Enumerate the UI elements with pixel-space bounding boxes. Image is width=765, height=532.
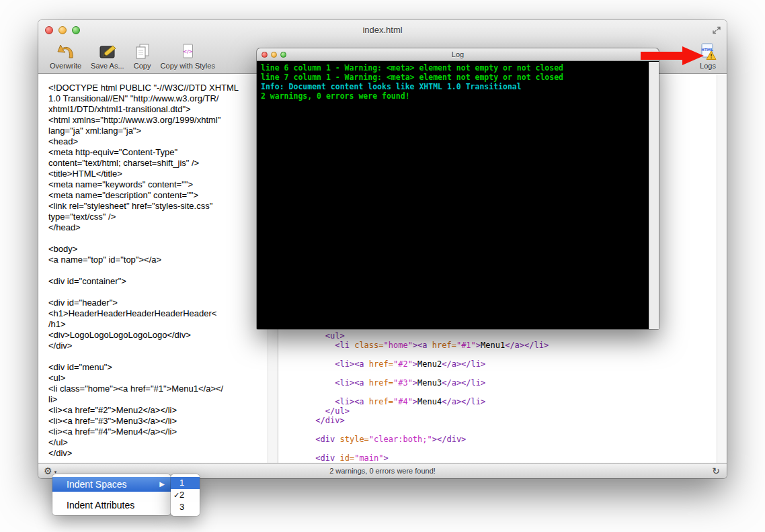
submenu-item-label: 3 [179,501,184,513]
code-line: </div> [286,416,549,425]
toolbar-button-label: Save As... [91,62,124,70]
log-window: Log line 6 column 1 - Warning: <meta> el… [257,48,659,329]
right-pane-scrollbar[interactable] [717,75,727,463]
log-line: 2 warnings, 0 errors were found! [261,91,645,101]
copy-with-styles-button[interactable]: </> Copy with Styles [161,42,215,70]
code-line: <li class="home"><a href="#1">Menu1</a><… [286,341,549,350]
source-pane[interactable]: <!DOCTYPE html PUBLIC "-//W3C//DTD XHTML… [38,75,268,463]
code-line: <li><a href="#3">Menu3</a></li> [286,378,549,388]
submenu-item-label: 1 [179,477,184,489]
copy-button[interactable]: Copy [134,42,151,70]
copy-pages-icon [134,42,151,62]
checkmark-icon: ✓ [171,489,179,501]
code-line: <li><a href="#4">Menu4</a></li> [286,397,549,406]
submenu-item-2[interactable]: ✓ 2 [171,489,200,501]
refresh-icon: ↻ [712,466,720,476]
menu-item-indent-attributes[interactable]: Indent Attributes [52,498,171,513]
code-line [286,369,549,378]
log-minimize-button[interactable] [271,52,277,58]
log-zoom-button[interactable] [280,52,286,58]
code-line: <div id="main"> [286,453,549,463]
menu-spacer [52,492,171,498]
toolbar-button-label: Copy [134,62,151,70]
log-traffic-lights [261,52,286,58]
submenu-item-label: 2 [179,489,184,501]
screen: index.html Overwrite [0,0,765,532]
styled-page-icon: </> [179,42,196,62]
toolbar-button-label: Overwrite [50,62,81,70]
code-line [286,350,549,359]
titlebar[interactable]: index.html [38,20,727,40]
gear-context-menu: Indent Spaces ▶ Indent Attributes [52,474,171,515]
code-line [286,388,549,397]
log-line: line 6 column 1 - Warning: <meta> elemen… [261,63,645,73]
log-line: Info: Document content looks like XHTML … [261,82,645,91]
log-window-title: Log [257,48,659,61]
tidied-code: <ul> <li class="home"><a href="#1">Menu1… [286,331,549,463]
pencil-save-icon [97,42,118,62]
indent-spaces-submenu: 1 ✓ 2 3 [171,474,200,516]
undo-arrow-icon [56,42,75,62]
menu-item-indent-spaces[interactable]: Indent Spaces ▶ [52,477,171,492]
log-scrollbar[interactable] [649,62,659,329]
code-line: <ul> [286,331,549,341]
fullscreen-icon[interactable] [712,26,721,35]
overwrite-button[interactable]: Overwrite [50,42,81,70]
code-line [286,444,549,453]
log-titlebar[interactable]: Log [257,48,659,61]
code-line: <li><a href="#2">Menu2</a></li> [286,359,549,369]
log-console[interactable]: line 6 column 1 - Warning: <meta> elemen… [257,62,649,329]
source-text[interactable]: <!DOCTYPE html PUBLIC "-//W3C//DTD XHTML… [38,75,268,459]
toolbar-button-label: Copy with Styles [161,62,215,70]
window-title: index.html [38,20,727,40]
menu-item-label: Indent Spaces [67,479,127,490]
warning-exclaim-glyph: ! [710,54,713,60]
submenu-item-3[interactable]: 3 [171,501,200,513]
code-line: </ul> [286,406,549,416]
code-line [286,425,549,435]
gear-icon: ⚙ [44,463,52,478]
code-line: <div style="clear:both;"></div> [286,435,549,444]
log-close-button[interactable] [261,52,268,58]
submenu-arrow-icon: ▶ [159,477,165,492]
check-placeholder [171,501,179,513]
submenu-item-1[interactable]: 1 [171,477,200,489]
log-line: line 7 column 1 - Warning: <meta> elemen… [261,73,645,82]
save-as-button[interactable]: Save As... [91,42,124,70]
red-arrow-annotation [641,46,704,65]
check-placeholder [171,477,179,489]
refresh-button[interactable]: ↻ [712,463,720,478]
code-glyph: </> [184,49,193,54]
menu-item-label: Indent Attributes [67,500,134,511]
